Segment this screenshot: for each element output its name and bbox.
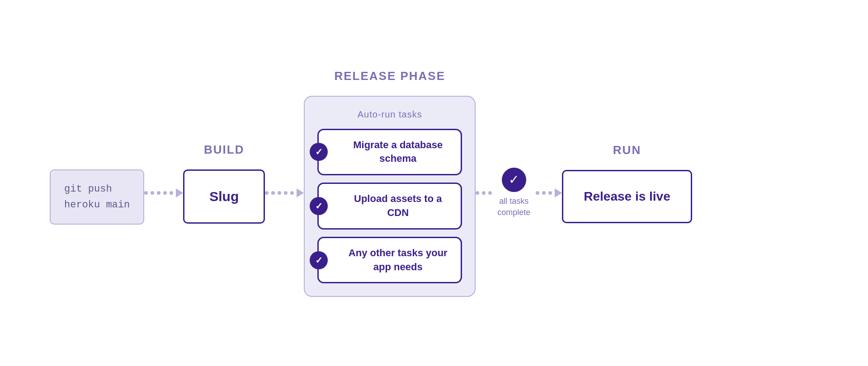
task-check-icon-upload: ✓	[310, 197, 328, 215]
dot	[144, 191, 148, 195]
task-box-upload: ✓ Upload assets to a CDN	[317, 183, 462, 230]
git-push-line2: heroku main	[64, 197, 130, 213]
release-phase-column: RELEASE PHASE Auto-run tasks ✓ Migrate a…	[304, 69, 476, 297]
slug-label: Slug	[209, 189, 239, 204]
slug-box: Slug	[183, 169, 265, 224]
auto-run-tasks-label: Auto-run tasks	[358, 109, 422, 120]
build-column: BUILD Slug	[183, 143, 265, 224]
dot	[488, 191, 492, 195]
arrow-3-with-check: ✓ all tasks complete	[476, 168, 562, 218]
task-check-icon-migrate: ✓	[310, 143, 328, 161]
task-text-upload: Upload assets to a CDN	[354, 193, 442, 218]
arrow-head	[176, 188, 183, 197]
diagram: git push heroku main BUILD Slug	[50, 69, 818, 297]
dot	[151, 191, 154, 195]
all-tasks-check-icon: ✓	[502, 168, 526, 192]
dotted-line-2	[265, 188, 304, 197]
git-push-column: git push heroku main	[50, 141, 144, 225]
dot	[271, 191, 275, 195]
dot	[482, 191, 486, 195]
dotted-line-1	[144, 188, 183, 197]
dotted-line-3b	[536, 188, 562, 197]
dot	[476, 191, 479, 195]
dot	[170, 191, 173, 195]
run-label: RUN	[613, 143, 641, 157]
dot	[278, 191, 281, 195]
run-column: RUN Release is live	[562, 143, 692, 223]
dot	[536, 191, 539, 195]
arrow-head	[555, 188, 562, 197]
release-is-live-label: Release is live	[584, 189, 670, 203]
dot	[163, 191, 167, 195]
release-phase-container: Auto-run tasks ✓ Migrate a database sche…	[304, 96, 476, 297]
arrow-2	[265, 188, 304, 197]
dotted-line-3a	[476, 191, 492, 195]
dot	[542, 191, 546, 195]
task-text-other: Any other tasks your app needs	[349, 247, 448, 272]
task-box-migrate: ✓ Migrate a database schema	[317, 129, 462, 176]
task-text-migrate: Migrate a database schema	[353, 139, 443, 164]
dot	[290, 191, 294, 195]
dot	[548, 191, 552, 195]
arrow-1	[144, 188, 183, 197]
tasks-complete-section: ✓ all tasks complete	[497, 168, 530, 218]
task-box-other: ✓ Any other tasks your app needs	[317, 237, 462, 284]
release-phase-label: RELEASE PHASE	[334, 69, 445, 83]
dot	[157, 191, 160, 195]
task-check-icon-other: ✓	[310, 251, 328, 269]
arrow-head	[297, 188, 304, 197]
dot	[265, 191, 269, 195]
git-push-box: git push heroku main	[50, 169, 144, 225]
dot	[284, 191, 288, 195]
git-push-line1: git push	[64, 181, 130, 197]
release-is-live-box: Release is live	[562, 170, 692, 223]
build-label: BUILD	[204, 143, 244, 157]
tasks-complete-label: all tasks complete	[497, 196, 530, 218]
